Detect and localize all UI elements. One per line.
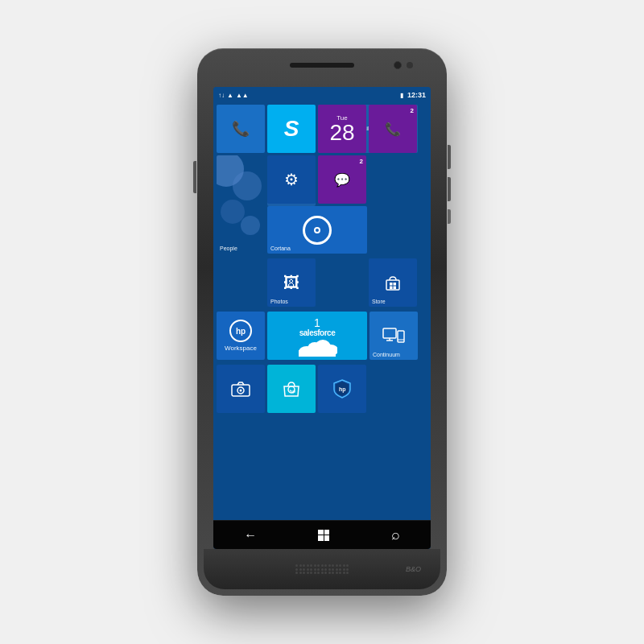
search-button[interactable]: ⌕	[391, 526, 400, 543]
signal-bars-icon: ▲▲	[236, 92, 249, 99]
phone-icon: 📞	[232, 120, 250, 138]
svg-rect-9	[299, 350, 336, 357]
svg-rect-3	[390, 287, 393, 290]
hp-shield-svg: hp	[332, 378, 352, 399]
phone-screen: ↑↓ ▲ ▲▲ ▮ 12:31 📞 S	[213, 87, 431, 549]
calendar-date: 28	[329, 122, 354, 144]
cortana-inner-ring	[314, 227, 320, 233]
workspace-text: Workspace	[225, 345, 257, 352]
hp-bag-svg: hp	[281, 378, 302, 399]
hp-shield-tile[interactable]: hp	[318, 365, 366, 413]
volume-button[interactable]	[193, 161, 196, 193]
phone-top-bar	[204, 56, 440, 87]
settings-tile[interactable]: ⚙	[267, 155, 316, 204]
svg-point-17	[240, 390, 242, 392]
earpiece-speaker	[290, 63, 354, 68]
settings-gear-icon: ⚙	[284, 170, 299, 189]
photos-mountain-icon: 🖼	[283, 274, 299, 292]
phone-bottom-bezel: B&O	[204, 549, 440, 589]
hp-workspace-tile[interactable]: hp Workspace	[217, 312, 265, 360]
camera-tile[interactable]	[217, 365, 265, 413]
svg-rect-10	[383, 328, 396, 338]
cortana-tile[interactable]: Cortana	[267, 206, 367, 254]
cortana-ring	[303, 216, 332, 245]
spacer-photos	[217, 258, 265, 307]
salesforce-text: salesforce	[299, 328, 335, 337]
power-button[interactable]	[448, 209, 451, 224]
hp-bag-tile[interactable]: hp	[267, 365, 316, 413]
phone-call2-tile[interactable]: 📞 2	[369, 105, 417, 153]
phone2-badge: 2	[411, 107, 414, 114]
photos-label: Photos	[270, 299, 288, 304]
volume-down-button[interactable]	[448, 177, 451, 201]
proximity-sensor	[407, 62, 413, 68]
tile-row-bottom: hp hp	[217, 365, 427, 413]
chat-icon: 💬	[334, 172, 350, 188]
people-circles	[217, 155, 265, 254]
continuum-tile[interactable]: Continuum	[369, 312, 418, 360]
status-left-icons: ↑↓ ▲ ▲▲	[218, 92, 249, 99]
continuum-icon	[382, 327, 405, 345]
wifi-icon: ▲	[227, 92, 233, 99]
salesforce-tile[interactable]: 1 salesforce	[267, 312, 367, 360]
messaging2-badge: 2	[360, 158, 363, 165]
signal-icon: ↑↓	[218, 92, 225, 99]
salesforce-cloud-svg	[297, 339, 337, 357]
salesforce-1: 1	[314, 316, 320, 329]
win-sq-br	[324, 535, 329, 540]
svg-rect-0	[386, 280, 399, 290]
tiles-grid: 📞 S Get all your mail in one place Outlo…	[213, 103, 431, 520]
front-camera	[394, 61, 402, 69]
svg-rect-1	[390, 283, 393, 286]
calendar-tile[interactable]: Tue 28	[318, 105, 366, 153]
phone-device: ↑↓ ▲ ▲▲ ▮ 12:31 📞 S	[197, 48, 447, 596]
continuum-label: Continuum	[373, 352, 400, 357]
spacer-photos2	[318, 258, 366, 307]
tile-row-2: Tue 28 📞 2	[318, 105, 427, 153]
win-sq-tr	[324, 530, 329, 535]
status-right-icons: ▮ 12:31	[400, 91, 426, 99]
messaging2-tile[interactable]: 💬 2	[318, 155, 366, 204]
svg-rect-2	[394, 283, 397, 286]
bottom-speaker-grid	[295, 564, 349, 574]
camera-svg-icon	[231, 381, 250, 397]
phone-call-tile[interactable]: 📞	[217, 105, 265, 153]
windows-home-button[interactable]	[318, 530, 329, 541]
salesforce-cloud	[297, 339, 337, 357]
svg-text:hp: hp	[290, 389, 296, 394]
tile-row-photos: 🖼 Photos Store	[217, 258, 427, 307]
svg-rect-13	[398, 331, 404, 342]
store-bag-icon	[384, 274, 402, 291]
settings-row: ⚙ 💬 2	[267, 155, 367, 204]
cortana-label: Cortana	[270, 246, 291, 251]
person-circle-4	[241, 216, 260, 235]
win-sq-tl	[318, 530, 323, 535]
phone2-icon: 📞	[385, 122, 401, 137]
win-sq-bl	[318, 535, 323, 540]
skype-icon: S	[284, 116, 299, 142]
volume-up-button[interactable]	[448, 145, 451, 169]
svg-rect-4	[394, 287, 397, 290]
skype-tile[interactable]: S	[267, 105, 316, 153]
store-tile[interactable]: Store	[369, 258, 417, 307]
hp-logo-icon: hp	[229, 320, 252, 342]
photos-tile[interactable]: 🖼 Photos	[267, 258, 316, 307]
status-bar: ↑↓ ▲ ▲▲ ▮ 12:31	[213, 87, 431, 103]
people-tile[interactable]: People	[217, 155, 265, 254]
status-time: 12:31	[407, 91, 426, 99]
bo-logo: B&O	[406, 565, 421, 573]
navigation-bar: ← ⌕	[213, 520, 431, 549]
tile-row-workspace: hp Workspace 1 salesforce	[217, 312, 427, 360]
battery-icon: ▮	[400, 92, 403, 99]
salesforce-content: salesforce	[267, 328, 367, 357]
svg-text:hp: hp	[339, 386, 346, 393]
back-button[interactable]: ←	[244, 528, 257, 543]
store-label: Store	[372, 299, 386, 304]
person-circle-2	[233, 171, 262, 200]
middle-section: People ⚙ 💬 2	[217, 155, 427, 254]
people-tile-label: People	[220, 246, 237, 251]
continuum-svg	[382, 327, 405, 345]
